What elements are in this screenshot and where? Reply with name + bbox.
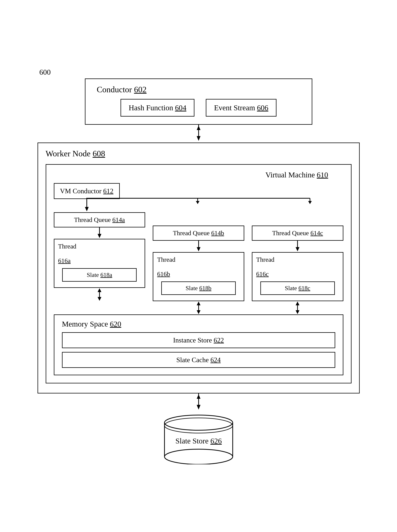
event-stream-box: Event Stream 606 <box>206 99 276 117</box>
svg-marker-2 <box>197 126 200 130</box>
thread-b: Thread 616b Slate 618b <box>153 252 244 301</box>
svg-marker-27 <box>197 394 200 399</box>
svg-marker-4 <box>85 207 89 211</box>
svg-marker-9 <box>308 201 312 204</box>
hash-function-box: Hash Function 604 <box>121 99 194 117</box>
svg-marker-19 <box>197 302 200 305</box>
thread-queue-a: Thread Queue 614a <box>54 212 145 227</box>
svg-point-29 <box>164 415 233 430</box>
svg-text:Slate Store 626: Slate Store 626 <box>175 437 222 445</box>
column-a: Thread Queue 614a Thread 616a Slate 618a <box>54 212 145 315</box>
svg-marker-11 <box>98 234 101 238</box>
slate-c: Slate 618c <box>260 281 335 295</box>
svg-marker-24 <box>296 302 299 305</box>
instance-store-box: Instance Store 622 <box>62 332 335 348</box>
diagram-label: 600 <box>39 68 51 77</box>
slate-cache-box: Slate Cache 624 <box>62 352 335 368</box>
vm-title: Virtual Machine 610 <box>266 170 328 179</box>
thread-queue-b: Thread Queue 614b <box>153 226 244 241</box>
diagram: 600 Conductor 602 Hash Function 604 Even… <box>19 68 379 464</box>
thread-a: Thread 616a Slate 618a <box>54 239 145 288</box>
slate-store: Slate Store 626 <box>161 411 236 464</box>
thread-queue-c: Thread Queue 614c <box>252 226 343 241</box>
thread-c: Thread 616c Slate 618c <box>252 252 343 301</box>
svg-marker-21 <box>296 247 299 251</box>
memory-space-title: Memory Space 620 <box>62 320 121 328</box>
worker-node-title: Worker Node 608 <box>46 149 105 158</box>
virtual-machine-box: Virtual Machine 610 VM Conductor 612 <box>46 164 352 384</box>
svg-marker-18 <box>197 310 200 314</box>
svg-marker-7 <box>196 201 199 204</box>
svg-marker-14 <box>98 288 101 292</box>
svg-marker-16 <box>197 247 200 251</box>
vm-conductor-box: VM Conductor 612 <box>54 183 120 199</box>
conductor-box: Conductor 602 Hash Function 604 Event St… <box>85 79 312 125</box>
conductor-title: Conductor 602 <box>93 85 147 94</box>
memory-space-box: Memory Space 620 Instance Store 622 Slat… <box>54 315 343 375</box>
svg-marker-26 <box>197 405 200 409</box>
column-c: Thread Queue 614c Thread 616c Slate 618c <box>252 212 343 315</box>
svg-point-30 <box>164 449 233 464</box>
worker-node-box: Worker Node 608 Virtual Machine 610 VM C… <box>37 142 360 393</box>
column-b: Thread Queue 614b Thread 616b Slate 618b <box>153 212 244 315</box>
arrow-worker-to-slate-store <box>193 393 204 411</box>
svg-marker-13 <box>98 297 101 301</box>
svg-marker-1 <box>197 136 200 141</box>
svg-marker-23 <box>296 310 299 314</box>
slate-a: Slate 618a <box>62 268 137 282</box>
arrow-conductor-to-worker <box>193 125 204 142</box>
slate-b: Slate 618b <box>161 281 236 295</box>
